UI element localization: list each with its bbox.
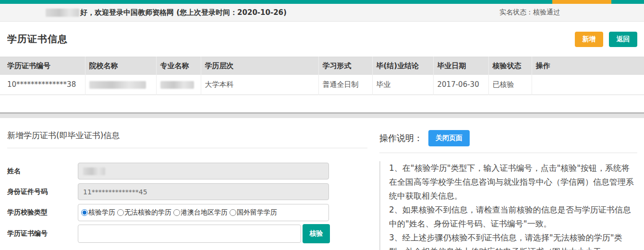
radio-verify-degree[interactable]: 核验学历 xyxy=(81,208,115,217)
cell-verify-status: 已核验 xyxy=(488,75,532,95)
cell-school xyxy=(85,75,156,95)
verify-type-row: 学历校验类型 核验学历 无法核验的学历 港澳台地区学历 xyxy=(7,204,367,221)
cell-grad-date: 2017-06-30 xyxy=(433,75,488,95)
top-accent-strip xyxy=(0,0,644,4)
page-title: 学历证书信息 xyxy=(7,33,68,46)
add-button[interactable]: 新增 xyxy=(575,32,603,47)
cert-no-input[interactable] xyxy=(78,225,301,243)
cell-major xyxy=(156,75,201,95)
radio-foreign-degree-label: 国外留学学历 xyxy=(237,208,277,217)
cert-no-label: 学历证书编号 xyxy=(7,229,78,238)
col-conclusion: 毕(结)业结论 xyxy=(372,57,433,75)
cell-study-form: 普通全日制 xyxy=(318,75,372,95)
cert-no-row: 学历证书编号 核验 xyxy=(7,224,367,243)
radio-hmt-degree-input[interactable] xyxy=(173,209,180,216)
radio-foreign-degree-input[interactable] xyxy=(230,209,236,216)
header-bar: 好，欢迎登录中国教师资格网 (您上次登录时间：2020-10-26) 实名状态：… xyxy=(0,4,644,22)
verify-type-label: 学历校验类型 xyxy=(7,208,78,217)
instructions-title: 操作说明： xyxy=(379,132,423,144)
cell-conclusion: 毕业 xyxy=(372,75,433,95)
id-number-row: 身份证件号码 11**************45 xyxy=(7,183,367,200)
greeting-label: 好，欢迎登录中国教师资格网 (您上次登录时间：2020-10-26) xyxy=(80,8,287,17)
page-title-row: 学历证书信息 新增 返回 xyxy=(0,22,644,57)
form-title: 新增学历证书(即毕业证书)信息 xyxy=(7,130,367,148)
realname-status: 实名状态：核验通过 xyxy=(499,8,560,17)
greeting-text: 好，欢迎登录中国教师资格网 (您上次登录时间：2020-10-26) xyxy=(46,8,287,17)
id-number-label: 身份证件号码 xyxy=(7,188,78,196)
id-number-value: 11**************45 xyxy=(83,188,147,196)
verify-type-radio-group: 核验学历 无法核验的学历 港澳台地区学历 国外留学学历 xyxy=(78,204,329,221)
col-study-form: 学习形式 xyxy=(318,57,372,75)
add-certificate-form: 新增学历证书(即毕业证书)信息 姓名 身份证件号码 11************… xyxy=(7,130,367,247)
top-accent-orange-segment xyxy=(552,0,611,4)
section-divider xyxy=(0,112,644,118)
col-verify-status: 核验状态 xyxy=(488,57,532,75)
col-level: 学历层次 xyxy=(201,57,318,75)
title-actions: 新增 返回 xyxy=(575,32,637,47)
radio-unverifiable-degree-label: 无法核验的学历 xyxy=(124,208,171,217)
table-row: 10**************38 大学本科 普通全日制 毕业 2017-06… xyxy=(0,75,644,95)
name-label: 姓名 xyxy=(7,167,78,176)
radio-hmt-degree[interactable]: 港澳台地区学历 xyxy=(173,208,228,217)
verify-button[interactable]: 核验 xyxy=(303,224,330,243)
instructions-text-block: 1、在"核验学历"类型下，输入证书编号，点击"核验"按钮，系统将在全国高等学校学… xyxy=(379,161,637,250)
radio-verify-degree-label: 核验学历 xyxy=(88,208,115,217)
bottom-section: 新增学历证书(即毕业证书)信息 姓名 身份证件号码 11************… xyxy=(0,118,644,250)
radio-hmt-degree-label: 港澳台地区学历 xyxy=(181,208,228,217)
radio-unverifiable-degree[interactable]: 无法核验的学历 xyxy=(117,208,171,217)
cell-operation xyxy=(532,75,644,95)
col-cert-no: 学历证书编号 xyxy=(0,57,85,75)
redacted-username xyxy=(46,9,79,17)
table-header-row: 学历证书编号 院校名称 专业名称 学历层次 学习形式 毕(结)业结论 毕业日期 … xyxy=(0,57,644,75)
form-body: 姓名 身份证件号码 11**************45 学历校验类型 核验学历 xyxy=(7,163,367,243)
instructions-divider xyxy=(379,153,637,153)
redacted-name-value xyxy=(83,167,105,175)
redacted-major-name xyxy=(160,81,194,89)
name-field xyxy=(78,163,329,179)
radio-unverifiable-degree-input[interactable] xyxy=(117,209,124,216)
close-page-button[interactable]: 关闭页面 xyxy=(428,130,470,146)
back-button[interactable]: 返回 xyxy=(609,32,637,47)
radio-verify-degree-input[interactable] xyxy=(81,209,88,216)
instruction-item: 2、如果核验不到信息，请检查当前核验的信息是否与学历证书信息中的"姓名、身份证件… xyxy=(389,203,637,231)
instructions-panel: 操作说明： 关闭页面 1、在"核验学历"类型下，输入证书编号，点击"核验"按钮，… xyxy=(379,130,637,250)
instructions-header: 操作说明： 关闭页面 xyxy=(379,130,637,146)
instruction-item: 3、经上述步骤仍核验不到证书信息，请选择"无法核验的学历"类型，补全相关信息并上… xyxy=(389,231,637,250)
name-row: 姓名 xyxy=(7,163,367,179)
redacted-school-name xyxy=(89,81,146,89)
cell-level: 大学本科 xyxy=(201,75,318,95)
col-major: 专业名称 xyxy=(156,57,201,75)
col-operation: 操作 xyxy=(532,57,644,75)
instruction-item: 1、在"核验学历"类型下，输入证书编号，点击"核验"按钮，系统将在全国高等学校学… xyxy=(389,161,637,203)
col-grad-date: 毕业日期 xyxy=(433,57,488,75)
radio-foreign-degree[interactable]: 国外留学学历 xyxy=(230,208,277,217)
degree-certificate-table: 学历证书编号 院校名称 专业名称 学历层次 学习形式 毕(结)业结论 毕业日期 … xyxy=(0,57,644,95)
id-number-field: 11**************45 xyxy=(78,183,329,200)
col-school: 院校名称 xyxy=(85,57,156,75)
cell-cert-no: 10**************38 xyxy=(0,75,85,95)
